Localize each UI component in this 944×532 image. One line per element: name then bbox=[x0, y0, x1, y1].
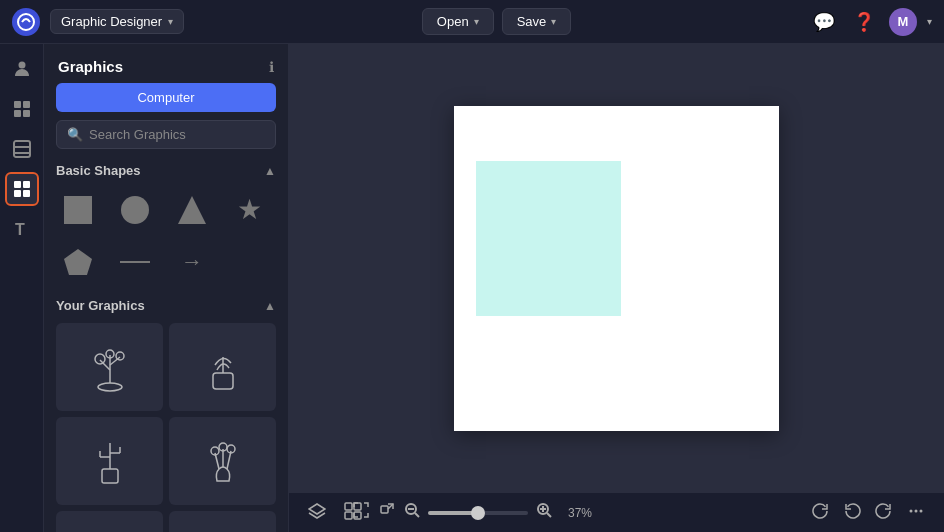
resize-icon-button[interactable] bbox=[378, 501, 396, 524]
search-placeholder: Search Graphics bbox=[89, 127, 186, 142]
svg-rect-41 bbox=[345, 512, 352, 519]
shape-line[interactable] bbox=[113, 240, 157, 284]
help-icon-button[interactable]: ❓ bbox=[849, 7, 879, 37]
shape-triangle[interactable] bbox=[170, 188, 214, 232]
svg-point-19 bbox=[116, 352, 124, 360]
graphic-item-6[interactable] bbox=[169, 511, 276, 532]
canvas-shape[interactable] bbox=[476, 161, 621, 316]
info-icon[interactable]: ℹ bbox=[269, 59, 274, 75]
graphic-item-2[interactable] bbox=[169, 323, 276, 411]
topbar-right: 💬 ❓ M ▾ bbox=[809, 7, 932, 37]
svg-point-0 bbox=[18, 14, 34, 30]
basic-shapes-title: Basic Shapes bbox=[56, 163, 141, 178]
basic-shapes-toggle[interactable]: ▲ bbox=[264, 164, 276, 178]
open-button[interactable]: Open ▾ bbox=[422, 8, 494, 35]
svg-point-54 bbox=[920, 509, 923, 512]
svg-point-52 bbox=[910, 509, 913, 512]
shape-square[interactable] bbox=[56, 188, 100, 232]
your-graphics-section-header: Your Graphics ▲ bbox=[56, 298, 276, 313]
sidebar-icon-person[interactable] bbox=[5, 52, 39, 86]
basic-shapes-section-header: Basic Shapes ▲ bbox=[56, 163, 276, 178]
graphic-item-1[interactable] bbox=[56, 323, 163, 411]
chat-icon-button[interactable]: 💬 bbox=[809, 7, 839, 37]
shape-circle[interactable] bbox=[113, 188, 157, 232]
undo-icon-button[interactable] bbox=[840, 499, 864, 527]
save-button[interactable]: Save ▾ bbox=[502, 8, 572, 35]
search-bar[interactable]: 🔍 Search Graphics bbox=[56, 120, 276, 149]
zoom-out-icon-button[interactable] bbox=[404, 502, 420, 523]
svg-rect-6 bbox=[14, 141, 30, 157]
svg-point-14 bbox=[98, 383, 122, 391]
svg-point-53 bbox=[915, 509, 918, 512]
svg-rect-10 bbox=[23, 181, 30, 188]
bottombar: 37% bbox=[289, 492, 944, 532]
zoom-slider[interactable] bbox=[428, 511, 528, 515]
graphic-item-3[interactable] bbox=[56, 417, 163, 505]
shapes-grid: ★ → bbox=[56, 188, 276, 284]
svg-rect-21 bbox=[213, 373, 233, 389]
svg-text:T: T bbox=[15, 221, 25, 238]
app-title-button[interactable]: Graphic Designer ▾ bbox=[50, 9, 184, 34]
topbar-left: Graphic Designer ▾ bbox=[12, 8, 184, 36]
icon-sidebar: T bbox=[0, 44, 44, 532]
svg-rect-9 bbox=[14, 181, 21, 188]
fullscreen-icon-button[interactable] bbox=[352, 501, 370, 524]
bottombar-center: 37% bbox=[352, 501, 592, 524]
save-chevron-icon: ▾ bbox=[551, 16, 556, 27]
sidebar-icon-text[interactable]: T bbox=[5, 212, 39, 246]
panel-header: Graphics ℹ bbox=[44, 44, 288, 83]
svg-line-51 bbox=[547, 513, 551, 517]
refresh-icon-button[interactable] bbox=[808, 499, 832, 527]
main-area: T Graphics ℹ Computer 🔍 Search Graphics … bbox=[0, 44, 944, 532]
your-graphics-toggle[interactable]: ▲ bbox=[264, 299, 276, 313]
sidebar-icon-graphics[interactable] bbox=[5, 172, 39, 206]
avatar[interactable]: M bbox=[889, 8, 917, 36]
canvas-area: 37% bbox=[289, 44, 944, 532]
graphics-grid bbox=[56, 323, 276, 532]
avatar-chevron-icon: ▾ bbox=[927, 16, 932, 27]
sidebar-icon-shapes[interactable] bbox=[5, 92, 39, 126]
open-chevron-icon: ▾ bbox=[474, 16, 479, 27]
panel-title: Graphics bbox=[58, 58, 123, 75]
zoom-in-icon-button[interactable] bbox=[536, 502, 552, 523]
sidebar-icon-grid[interactable] bbox=[5, 132, 39, 166]
app-title-label: Graphic Designer bbox=[61, 14, 162, 29]
svg-marker-38 bbox=[309, 504, 325, 514]
zoom-percent: 37% bbox=[560, 506, 592, 520]
computer-tab-button[interactable]: Computer bbox=[56, 83, 276, 112]
svg-rect-4 bbox=[14, 110, 21, 117]
graphics-panel: Graphics ℹ Computer 🔍 Search Graphics Ba… bbox=[44, 44, 289, 532]
panel-scroll: Basic Shapes ▲ ★ bbox=[44, 159, 288, 532]
shape-star[interactable]: ★ bbox=[227, 188, 271, 232]
shape-pentagon[interactable] bbox=[56, 240, 100, 284]
svg-rect-12 bbox=[23, 190, 30, 197]
svg-rect-2 bbox=[14, 101, 21, 108]
canvas-wrapper[interactable] bbox=[289, 44, 944, 492]
svg-rect-5 bbox=[23, 110, 30, 117]
graphic-item-5[interactable] bbox=[56, 511, 163, 532]
svg-rect-43 bbox=[381, 506, 388, 513]
layers-icon-button[interactable] bbox=[305, 499, 329, 527]
chevron-down-icon: ▾ bbox=[168, 16, 173, 27]
svg-rect-23 bbox=[102, 469, 118, 483]
bottombar-right bbox=[808, 499, 928, 527]
svg-point-18 bbox=[95, 354, 105, 364]
logo-icon[interactable] bbox=[12, 8, 40, 36]
source-tabs: Computer bbox=[44, 83, 288, 120]
canvas-page[interactable] bbox=[454, 106, 779, 431]
svg-point-1 bbox=[18, 62, 25, 69]
search-icon: 🔍 bbox=[67, 127, 83, 142]
your-graphics-title: Your Graphics bbox=[56, 298, 145, 313]
topbar: Graphic Designer ▾ Open ▾ Save ▾ 💬 ❓ M ▾ bbox=[0, 0, 944, 44]
more-options-icon-button[interactable] bbox=[904, 499, 928, 527]
topbar-center: Open ▾ Save ▾ bbox=[422, 8, 571, 35]
svg-rect-3 bbox=[23, 101, 30, 108]
graphic-item-4[interactable] bbox=[169, 417, 276, 505]
svg-rect-39 bbox=[345, 503, 352, 510]
shape-arrow[interactable]: → bbox=[170, 240, 214, 284]
svg-line-47 bbox=[415, 513, 419, 517]
redo-icon-button[interactable] bbox=[872, 499, 896, 527]
svg-rect-11 bbox=[14, 190, 21, 197]
